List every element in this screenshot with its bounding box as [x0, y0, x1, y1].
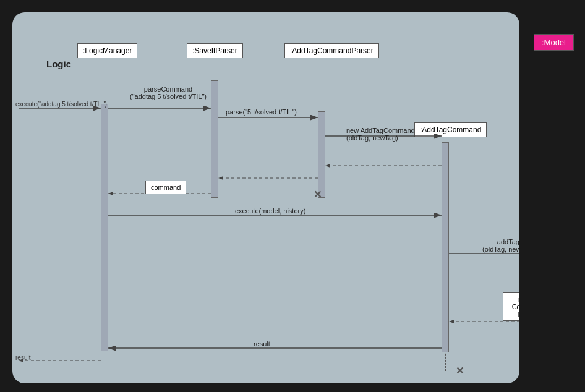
msg-result-main: result [254, 340, 270, 347]
x-marker-1: ✕ [314, 189, 322, 200]
x-marker-2: ✕ [456, 365, 464, 377]
msg-result-left: result [15, 354, 30, 361]
lifeline-logicmanager: :LogicManager [77, 43, 137, 58]
lifeline-addtagparser: :AddTagCommandParser [284, 43, 379, 58]
model-box: :Model [534, 34, 574, 51]
result-note: result:Command Result [503, 292, 519, 321]
activation-saveitparser [211, 80, 218, 198]
msg-execute-left: execute("addtag 5 t/solved t/TIL") [15, 101, 107, 108]
msg-execute-model: execute(model, history) [235, 207, 305, 215]
msg-addtag: addTag(oldTag, newTag) [482, 238, 519, 253]
logic-label: Logic [46, 59, 71, 69]
command-note: command [145, 181, 186, 194]
sequence-diagram: Logic :LogicManager :SaveItParser :AddTa… [12, 12, 519, 383]
lifeline-line-addtagparser [322, 62, 322, 383]
msg-parse: parse("5 t/solved t/TIL") [226, 108, 297, 116]
msg-parsecommand: parseCommand("addtag 5 t/solved t/TIL") [130, 85, 207, 100]
activation-logicmanager [101, 104, 108, 351]
msg-newaddtag: new AddTagCommand(oldTag, newTag) [346, 127, 415, 142]
activation-addtagparser [318, 111, 325, 198]
lifeline-addtagcommand: :AddTagCommand [414, 122, 487, 137]
lifeline-saveitparser: :SaveItParser [187, 43, 243, 58]
activation-addtagcommand [442, 142, 449, 352]
